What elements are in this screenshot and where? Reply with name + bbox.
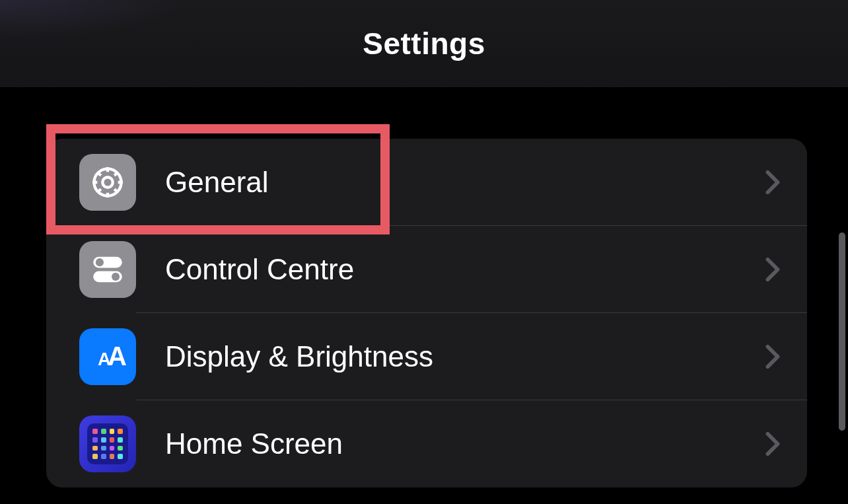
svg-point-0 <box>102 177 112 187</box>
toggles-icon <box>79 241 136 298</box>
svg-point-3 <box>96 258 104 266</box>
settings-item-general[interactable]: General <box>46 139 807 226</box>
item-label: General <box>165 166 269 199</box>
settings-header: Settings <box>0 0 848 87</box>
svg-point-1 <box>94 168 121 196</box>
settings-content: General Control Centre <box>0 87 848 487</box>
chevron-right-icon <box>765 344 781 369</box>
scrollbar[interactable] <box>839 233 845 431</box>
svg-point-5 <box>112 273 120 281</box>
item-label: Home Screen <box>165 427 343 460</box>
settings-list: General Control Centre <box>46 139 807 487</box>
page-title: Settings <box>363 26 485 61</box>
chevron-right-icon <box>765 431 781 456</box>
item-label: Display & Brightness <box>165 340 433 373</box>
gear-icon <box>79 154 136 211</box>
settings-item-control-centre[interactable]: Control Centre <box>46 226 807 313</box>
item-label: Control Centre <box>165 253 354 286</box>
chevron-right-icon <box>765 257 781 282</box>
app-grid-icon <box>79 415 136 472</box>
chevron-right-icon <box>765 170 781 195</box>
svg-text:A: A <box>108 342 127 371</box>
settings-item-home-screen[interactable]: Home Screen <box>46 400 807 487</box>
settings-item-display-brightness[interactable]: A A Display & Brightness <box>46 313 807 400</box>
text-size-icon: A A <box>79 328 136 385</box>
